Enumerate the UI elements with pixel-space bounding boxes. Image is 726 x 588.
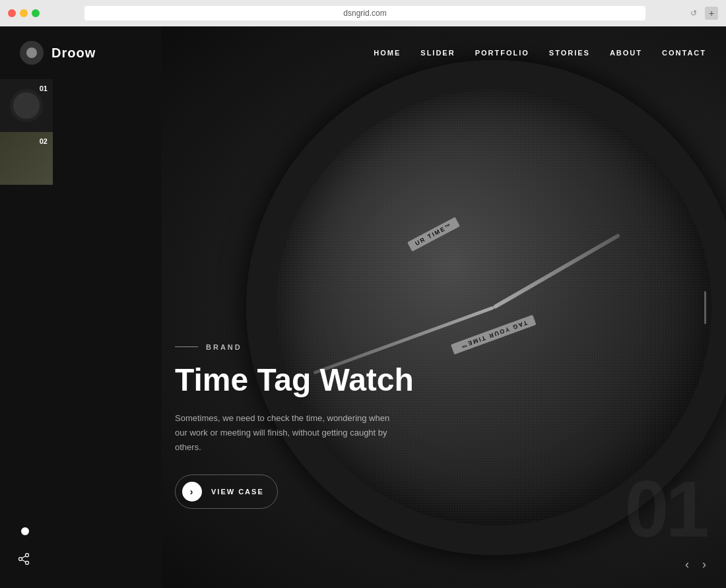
refresh-icon[interactable]: ↺ [690,9,700,18]
nav-item-stories[interactable]: STORIES [549,49,590,57]
view-case-button[interactable]: › VIEW CASE [175,474,278,509]
url-text: dsngrid.com [343,9,386,18]
hero-description: Sometimes, we need to check the time, wo… [175,411,393,455]
nav-arrows: ‹ › [685,558,706,572]
main-nav: HOME SLIDER PORTFOLIO STORIES ABOUT CONT… [374,49,726,57]
traffic-lights [8,9,40,17]
website: Droow HOME SLIDER PORTFOLIO STORIES ABOU… [0,26,726,588]
sidebar-thumbnails: 01 02 [0,79,53,185]
sidebar: 01 02 [0,26,162,588]
nav-item-slider[interactable]: SLIDER [420,49,455,57]
maximize-button[interactable] [32,9,40,17]
thumbnail-item-1[interactable]: 01 [0,79,53,132]
nav-item-home[interactable]: HOME [374,49,401,57]
nav-item-about[interactable]: ABOUT [610,49,642,57]
next-arrow[interactable]: › [702,558,706,572]
hero-content: BRAND Time Tag Watch Sometimes, we need … [175,343,439,509]
prev-arrow[interactable]: ‹ [685,558,689,572]
btn-arrow-icon: › [182,482,202,502]
slide-number-bg: 01 [625,469,706,548]
logo-icon [20,41,44,65]
slide-indicator [704,291,706,324]
address-bar[interactable]: dsngrid.com [84,6,645,20]
site-logo[interactable]: Droow [51,46,96,61]
nav-item-portfolio[interactable]: PORTFOLIO [475,49,529,57]
thumb-1-watch-icon [10,89,43,122]
pagination-dot[interactable] [21,527,29,535]
brand-line [175,346,198,347]
close-button[interactable] [8,9,16,17]
hero-title: Time Tag Watch [175,363,439,398]
brand-text: BRAND [206,343,242,351]
logo-area: Droow [20,41,162,65]
site-header: Droow HOME SLIDER PORTFOLIO STORIES ABOU… [0,26,726,79]
new-tab-button[interactable]: + [705,7,718,20]
thumbnail-item-2[interactable]: 02 [0,132,53,185]
svg-line-3 [22,560,26,562]
nav-item-contact[interactable]: CONTACT [662,49,706,57]
svg-line-4 [22,556,26,558]
cta-label: VIEW CASE [211,488,264,496]
thumb-2-number: 02 [40,137,48,145]
svg-point-0 [26,554,29,557]
svg-point-1 [19,558,22,561]
minimize-button[interactable] [20,9,28,17]
svg-point-2 [26,561,29,564]
thumb-1-number: 01 [40,84,48,92]
brand-label-row: BRAND [175,343,439,351]
share-icon[interactable] [17,552,30,568]
browser-chrome: dsngrid.com ↺ + [0,0,726,26]
